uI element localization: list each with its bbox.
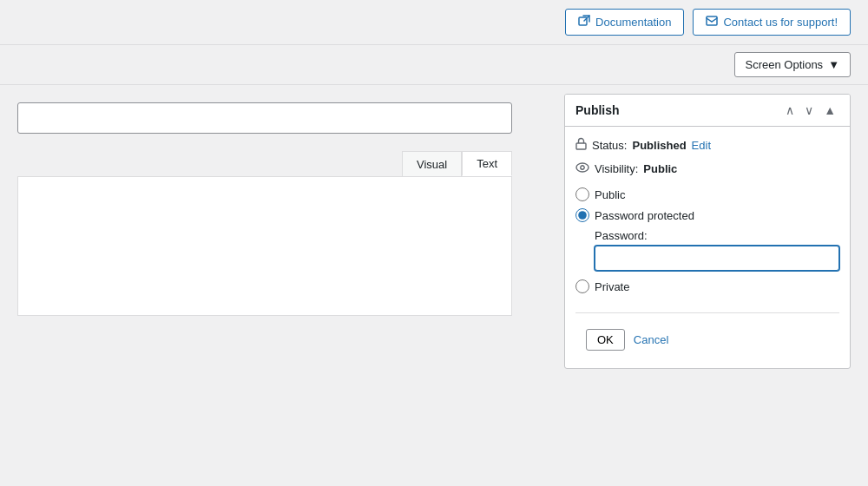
password-input[interactable]	[595, 246, 839, 271]
svg-rect-1	[707, 16, 717, 25]
screen-options-bar: Screen Options ▼	[0, 45, 868, 85]
top-bar: Documentation Contact us for support!	[0, 0, 868, 45]
option-private-label: Private	[595, 280, 629, 293]
publish-title: Publish	[575, 103, 620, 117]
screen-options-button[interactable]: Screen Options ▼	[734, 52, 851, 77]
visibility-row: Visibility: Public	[575, 161, 839, 175]
option-public-row[interactable]: Public	[575, 187, 839, 201]
publish-controls: ∧ ∨ ▲	[782, 102, 839, 119]
editor-area: Visual Text	[0, 94, 564, 369]
option-private-row[interactable]: Private	[575, 279, 839, 293]
eye-icon	[575, 161, 589, 175]
editor-body[interactable]	[17, 177, 512, 316]
password-field-area: Password:	[575, 229, 839, 279]
ok-button[interactable]: OK	[586, 329, 625, 351]
publish-footer: OK Cancel	[575, 322, 839, 358]
tab-visual[interactable]: Visual	[402, 151, 462, 176]
editor-tabs: Visual Text	[17, 151, 512, 177]
support-label: Contact us for support!	[723, 16, 838, 29]
visibility-label: Visibility:	[595, 162, 638, 175]
sidebar: Publish ∧ ∨ ▲ Status:	[564, 94, 868, 369]
editor-tabs-area: Visual Text	[17, 151, 512, 316]
option-password-label: Password protected	[595, 209, 694, 222]
collapse-up-button[interactable]: ∧	[782, 102, 798, 119]
status-label: Status:	[592, 139, 627, 152]
visibility-options: Public Password protected Password: Priv…	[575, 184, 839, 304]
option-password-row[interactable]: Password protected	[575, 208, 839, 222]
title-input[interactable]	[17, 102, 512, 134]
collapse-down-button[interactable]: ∨	[801, 102, 817, 119]
toggle-button[interactable]: ▲	[820, 102, 839, 119]
option-private-radio[interactable]	[575, 279, 589, 293]
svg-point-3	[576, 163, 589, 172]
support-button[interactable]: Contact us for support!	[693, 9, 851, 36]
documentation-label: Documentation	[595, 16, 671, 29]
main-content: Visual Text Publish ∧ ∨ ▲	[0, 85, 868, 369]
publish-body: Status: Published Edit Visibility: Publi…	[565, 127, 850, 368]
svg-point-4	[581, 166, 584, 169]
external-link-icon	[578, 15, 590, 30]
tab-text[interactable]: Text	[462, 151, 512, 176]
status-row: Status: Published Edit	[575, 137, 839, 153]
option-public-label: Public	[595, 188, 625, 201]
screen-options-label: Screen Options	[746, 58, 824, 71]
option-public-radio[interactable]	[575, 187, 589, 201]
chevron-down-icon: ▼	[828, 58, 839, 71]
cancel-link[interactable]: Cancel	[634, 333, 668, 346]
status-value: Published	[632, 139, 686, 152]
publish-box: Publish ∧ ∨ ▲ Status:	[564, 94, 851, 369]
option-password-radio[interactable]	[575, 208, 589, 222]
envelope-icon	[706, 16, 718, 29]
svg-rect-2	[576, 143, 586, 149]
visibility-value: Public	[643, 162, 677, 175]
documentation-button[interactable]: Documentation	[565, 9, 684, 36]
lock-icon	[575, 137, 587, 153]
divider	[575, 312, 839, 313]
password-label: Password:	[595, 229, 839, 242]
status-edit-link[interactable]: Edit	[692, 139, 711, 152]
publish-header: Publish ∧ ∨ ▲	[565, 95, 850, 127]
